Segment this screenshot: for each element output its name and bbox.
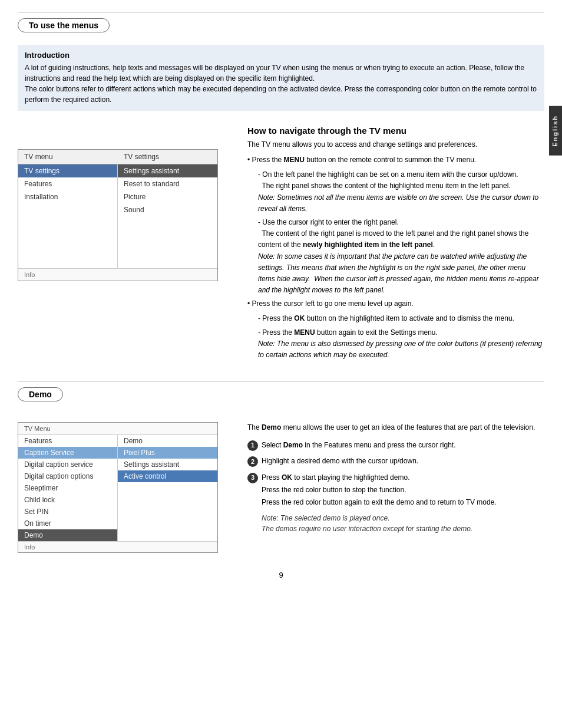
tv-menu-left-item-0[interactable]: TV settings [18,164,117,177]
tv-menu-right-panel: Settings assistant Reset to standard Pic… [118,164,217,268]
demo-right-item-3[interactable]: Active control [118,470,217,482]
step-text-2: Highlight a desired demo with the cursor… [262,456,544,467]
demo-menu-right-panel: Demo Pixel Plus Settings assistant Activ… [118,435,217,541]
demo-left-item-2[interactable]: Digital caption service [18,459,117,470]
step-num-3: 3 [247,473,258,483]
demo-menu-left-col: TV Menu Features Caption Service Digital… [18,422,230,553]
demo-left-item-3[interactable]: Digital caption options [18,470,117,482]
tv-menu-left-item-2[interactable]: Installation [18,190,117,203]
page-number: 9 [18,571,544,579]
tv-menu-left-item-3 [18,203,117,216]
bullet-2-sub-1: - Press the OK button on the highlighted… [258,313,544,324]
demo-left-item-8[interactable]: Demo [18,529,117,541]
tv-menu-header-right: TV settings [118,150,217,164]
tv-menu-header-left: TV menu [18,150,118,164]
demo-menu-header: TV Menu [18,423,217,435]
tv-menu-right-item-0[interactable]: Settings assistant [118,164,217,177]
navigate-title: How to navigate through the TV menu [247,126,544,136]
section-demo: Demo TV Menu Features Caption Service Di… [18,381,544,553]
demo-menu-body: Features Caption Service Digital caption… [18,435,217,541]
step-text-3: Press OK to start playing the highlighte… [262,472,544,509]
demo-right-item-1[interactable]: Pixel Plus [118,447,217,459]
demo-right-col: The Demo menu allows the user to get an … [247,422,544,553]
demo-right-item-2[interactable]: Settings assistant [118,459,217,470]
demo-step-2: 2 Highlight a desired demo with the curs… [247,456,544,467]
demo-left-item-4[interactable]: Sleeptimer [18,482,117,494]
navigate-section: TV menu TV settings TV settings Features… [18,126,544,363]
tv-menu-left-item-4 [18,216,117,229]
tv-menu-header: TV menu TV settings [18,150,217,164]
demo-left-item-7[interactable]: On timer [18,518,117,529]
demo-left-item-5[interactable]: Child lock [18,494,117,506]
demo-step-3: 3 Press OK to start playing the highligh… [247,472,544,509]
demo-two-col: TV Menu Features Caption Service Digital… [18,422,544,553]
step-text-1: Select Demo in the Features menu and pre… [262,440,544,451]
navigate-right-col: How to navigate through the TV menu The … [247,126,544,363]
bullet-1-sub-1: - On the left panel the highlight can be… [258,169,544,215]
page: English To use the menus Introduction A … [0,0,562,728]
tv-menu-left-item-5 [18,229,117,242]
introduction-box: Introduction A lot of guiding instructio… [18,45,544,111]
tv-menu-left-item-6 [18,242,117,255]
bullet-1: • Press the MENU button on the remote co… [247,154,544,166]
section-use-menus: To use the menus Introduction A lot of g… [18,12,544,111]
intro-title: Introduction [25,51,537,60]
demo-left-item-6[interactable]: Set PIN [18,506,117,518]
demo-menu-screenshot: TV Menu Features Caption Service Digital… [18,422,218,553]
section1-header: To use the menus [18,18,110,32]
tv-menu-left-col: TV menu TV settings TV settings Features… [18,126,230,363]
step-num-1: 1 [247,440,258,451]
demo-description: The Demo menu allows the user to get an … [247,422,544,433]
bullet-2-sub-2: - Press the MENU button again to exit th… [258,327,544,361]
demo-step-note: Note: The selected demo is played once. … [262,513,544,534]
intro-paragraph-2: The color buttons refer to different act… [25,84,537,105]
tv-menu-right-item-1[interactable]: Reset to standard [118,177,217,190]
bullet-2: • Press the cursor left to go one menu l… [247,298,544,309]
demo-menu-footer: Info [18,541,217,552]
demo-left-item-0[interactable]: Features [18,435,117,447]
bullet-1-sub-2: - Use the cursor right to enter the righ… [258,217,544,296]
english-tab: English [549,106,562,156]
demo-step-1: 1 Select Demo in the Features menu and p… [247,440,544,451]
tv-menu-right-item-2[interactable]: Picture [118,190,217,203]
navigate-bullets: • Press the MENU button on the remote co… [247,154,544,361]
tv-menu-right-item-3[interactable]: Sound [118,203,217,216]
tv-menu-left-item-1[interactable]: Features [18,177,117,190]
tv-menu-left-panel: TV settings Features Installation [18,164,118,268]
intro-paragraph-1: A lot of guiding instructions, help text… [25,62,537,84]
step-num-2: 2 [247,456,258,467]
tv-menu-body: TV settings Features Installation Settin… [18,164,217,268]
demo-menu-left-panel: Features Caption Service Digital caption… [18,435,118,541]
demo-steps: 1 Select Demo in the Features menu and p… [247,440,544,534]
tv-menu-screenshot: TV menu TV settings TV settings Features… [18,149,218,281]
tv-menu-left-item-7 [18,255,117,268]
section2-header: Demo [18,387,63,401]
demo-left-item-1[interactable]: Caption Service [18,447,117,459]
navigate-intro: The TV menu allows you to access and cha… [247,140,544,149]
demo-right-item-0[interactable]: Demo [118,435,217,447]
tv-menu-footer: Info [18,268,217,281]
